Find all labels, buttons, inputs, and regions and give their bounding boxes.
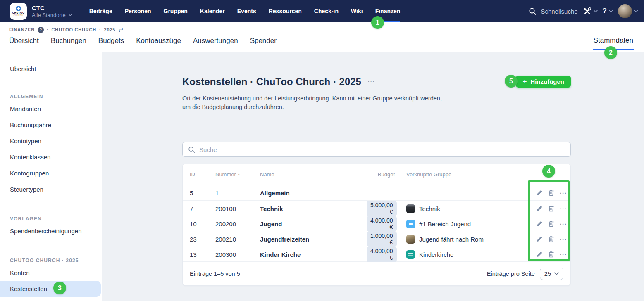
table-row[interactable]: 7200100Technik5.000,00 €Technik··· [183,201,570,216]
swap-icon[interactable]: ⇄ [118,26,123,33]
nav-item-ressourcen[interactable]: Ressourcen [262,0,308,22]
tab-spender[interactable]: Spender [250,37,277,45]
group-avatar [406,235,415,244]
sidebar-section-heading: VORLAGEN [0,215,102,223]
sidebar-item-buchungsjahre[interactable]: Buchungsjahre [0,117,102,133]
annotation-step-5: 5 [505,75,518,88]
cell-id: 5 [190,190,215,197]
column-header-id[interactable]: ID [190,171,215,178]
group-link[interactable]: Technik [419,205,440,212]
breadcrumb-year[interactable]: 2025 [104,27,116,32]
search-input[interactable] [182,142,571,157]
title-more-menu[interactable]: ··· [368,78,375,85]
edit-button[interactable] [536,190,543,196]
sidebar-item-kontotypen[interactable]: Kontotypen [0,133,102,149]
table-row[interactable]: 10200200Jugend4.000,00 €#1 Bereich Jugen… [183,216,570,231]
nav-item-kalender[interactable]: Kalender [194,0,231,22]
group-link[interactable]: #1 Bereich Jugend [419,220,471,228]
delete-button[interactable] [548,251,554,258]
per-page-select[interactable]: 25 [540,268,563,280]
cell-budget: 1.000,00 € [367,231,406,247]
breadcrumb-separator: · [47,27,48,32]
org-scope-label: Alle Standorte [32,12,66,18]
edit-button[interactable] [536,220,543,227]
app-logo[interactable]: CHUTOO CHURCH [10,3,27,20]
annotation-step-4: 4 [542,165,555,178]
tab-stammdaten[interactable]: Stammdaten [594,36,633,45]
tab-kontoausz-ge[interactable]: Kontoauszüge [136,37,181,45]
help-menu[interactable]: ? [603,7,613,15]
group-link[interactable]: Jugend fährt nach Rom [419,236,484,243]
group-link[interactable]: Kinderkirche [419,251,453,258]
sidebar-item-kontenklassen[interactable]: Kontenklassen [0,149,102,165]
edit-button[interactable] [536,205,543,212]
breadcrumb-help-badge[interactable]: ? [38,27,44,33]
budget-badge: 4.000,00 € [367,216,397,232]
tab-budgets[interactable]: Budgets [98,37,124,45]
sidebar-item-kontogruppen[interactable]: Kontogruppen [0,165,102,181]
row-actions: ··· [536,251,567,258]
nav-item-label: Beiträge [89,8,112,14]
delete-button[interactable] [548,220,554,227]
org-name: CTC [32,5,72,12]
tab-auswertungen[interactable]: Auswertungen [193,37,238,45]
table-row[interactable]: 23200210Jugendfreizeiten1.000,00 €Jugend… [183,231,570,246]
edit-button[interactable] [536,251,543,258]
breadcrumb-org[interactable]: CHUTOO CHURCH [51,27,96,32]
edit-button[interactable] [536,236,543,242]
delete-button[interactable] [548,205,554,212]
table-row[interactable]: 13200300Kinder Kirche4.000,00 €Kinderkir… [183,246,570,262]
more-actions-button[interactable]: ··· [560,190,567,197]
user-menu[interactable] [618,4,638,18]
sidebar-item-mandanten[interactable]: Mandanten [0,101,102,117]
more-actions-button[interactable]: ··· [560,236,567,243]
annotation-step-2: 2 [604,46,617,59]
column-header-name[interactable]: Name [260,171,367,178]
breadcrumb-module[interactable]: FINANZEN [9,27,35,32]
sort-asc-icon: ▲ [237,173,241,176]
column-header-gruppe[interactable]: Verknüpfte Gruppe [406,171,536,178]
sidebar-item-spendenbescheinigungen[interactable]: Spendenbescheinigungen [0,223,102,239]
nav-item-check-in[interactable]: Check-in [308,0,345,22]
nav-item-beitr-ge[interactable]: Beiträge [83,0,119,22]
nav-item-wiki[interactable]: Wiki [345,0,369,22]
main-area: Kostenstellen · ChuToo Church · 2025 ···… [102,52,644,301]
cell-group: #1 Bereich Jugend [406,220,536,228]
chevron-down-icon [68,14,72,16]
delete-button[interactable] [548,236,554,242]
table-header-row: ID Nummer▲ Name Budget Verknüpfte Gruppe [183,164,570,185]
cell-nummer: 200210 [215,236,260,243]
tools-icon [583,7,592,16]
add-button[interactable]: + Hinzufügen [516,76,571,88]
more-actions-button[interactable]: ··· [560,220,567,228]
admin-tools-menu[interactable] [583,7,598,16]
delete-button[interactable] [548,190,554,196]
sidebar-section-vorlagen: VORLAGENSpendenbescheinigungen [0,215,102,239]
group-avatar [406,220,415,228]
nav-item-personen[interactable]: Personen [119,0,157,22]
cell-budget: 4.000,00 € [367,216,406,232]
sidebar-item-steuertypen[interactable]: Steuertypen [0,181,102,197]
nav-item-label: Check-in [314,8,339,14]
sidebar-item-bersicht[interactable]: Übersicht [0,61,102,77]
tab-buchungen[interactable]: Buchungen [51,37,86,45]
quick-search-label: Schnellsuche [541,8,577,15]
nav-item-label: Personen [125,8,151,14]
more-actions-button[interactable]: ··· [560,251,567,258]
sidebar-item-konten[interactable]: Konten [0,265,102,281]
group-avatar [406,250,415,259]
column-header-budget[interactable]: Budget [367,171,406,178]
column-header-nummer[interactable]: Nummer▲ [215,171,260,178]
cell-name: Jugend [260,220,367,228]
quick-search[interactable]: Schnellsuche [529,7,577,15]
org-switcher[interactable]: CTC Alle Standorte [32,5,72,18]
cell-nummer: 200300 [215,251,260,258]
more-actions-button[interactable]: ··· [560,205,567,212]
table-row[interactable]: 51Allgemein··· [183,185,570,201]
sidebar-item-kostenstellen[interactable]: Kostenstellen [0,281,101,297]
tab-bersicht[interactable]: Übersicht [9,37,39,45]
nav-item-events[interactable]: Events [231,0,262,22]
topnav-right: Schnellsuche ? [529,4,638,18]
nav-item-gruppen[interactable]: Gruppen [157,0,194,22]
cell-budget: 4.000,00 € [367,246,406,262]
